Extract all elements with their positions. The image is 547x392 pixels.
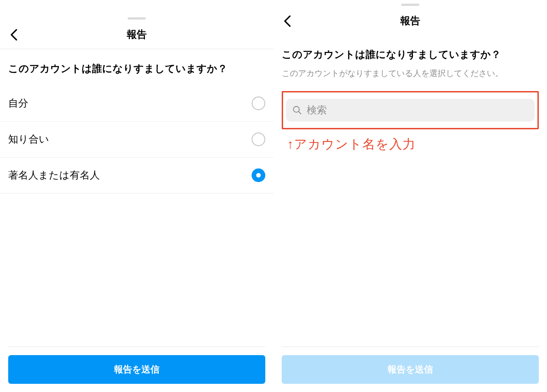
svg-line-1: [299, 112, 301, 114]
report-screen-search: 報告 このアカウントは誰になりすましていますか？ このアカウントがなりすましてい…: [274, 0, 547, 392]
divider: [8, 346, 265, 347]
question-subtext: このアカウントがなりすましている人を選択してください。: [274, 68, 547, 91]
header-title: 報告: [127, 28, 147, 41]
option-acquaintance[interactable]: 知り合い: [0, 122, 274, 158]
option-label: 自分: [8, 97, 28, 110]
search-icon: [292, 105, 302, 115]
radio-selected: [252, 168, 265, 182]
search-field[interactable]: [286, 99, 535, 122]
chevron-left-icon: [10, 28, 18, 41]
header: 報告: [274, 6, 547, 35]
back-button[interactable]: [7, 28, 20, 41]
search-input[interactable]: [307, 104, 528, 116]
header-title: 報告: [400, 14, 420, 28]
divider: [282, 346, 539, 347]
question-heading: このアカウントは誰になりすましていますか？: [274, 35, 547, 68]
back-button[interactable]: [281, 15, 294, 27]
radio-unselected: [252, 97, 265, 110]
report-screen-options: 報告 このアカウントは誰になりすましていますか？ 自分 知り合い 著名人または有…: [0, 0, 274, 392]
footer: 報告を送信: [0, 346, 274, 392]
footer: 報告を送信: [274, 346, 547, 392]
radio-unselected: [252, 132, 265, 146]
header: 報告: [0, 20, 274, 49]
option-myself[interactable]: 自分: [0, 86, 274, 122]
chevron-left-icon: [283, 15, 291, 27]
search-highlight-box: [282, 91, 539, 129]
submit-report-button[interactable]: 報告を送信: [8, 355, 265, 384]
submit-report-button-disabled: 報告を送信: [282, 355, 539, 384]
annotation-text: ↑アカウント名を入力: [274, 129, 547, 153]
option-label: 著名人または有名人: [8, 168, 100, 182]
option-label: 知り合い: [8, 132, 49, 146]
question-heading: このアカウントは誰になりすましていますか？: [0, 49, 274, 86]
option-celebrity[interactable]: 著名人または有名人: [0, 158, 274, 193]
